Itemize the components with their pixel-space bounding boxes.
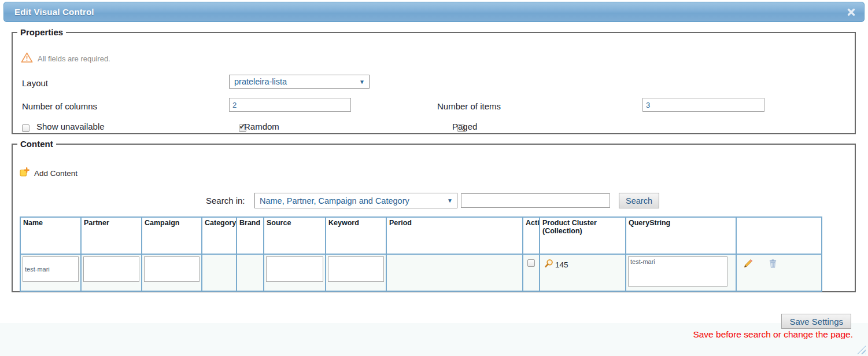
add-content-button[interactable]: Add Content — [20, 167, 77, 179]
edit-visual-control-dialog: Edit Visual Control Properties All field… — [0, 0, 868, 356]
layout-select-value: prateleira-lista — [234, 77, 287, 86]
row-partner-input[interactable] — [83, 256, 139, 282]
row-name-input[interactable] — [23, 256, 79, 282]
required-warning: All fields are required. — [21, 52, 110, 65]
show-unavailable-label: Show unavailable — [36, 122, 105, 131]
search-input[interactable] — [461, 193, 610, 208]
properties-legend: Properties — [17, 27, 66, 37]
warning-text: All fields are required. — [38, 54, 110, 63]
number-of-columns-label: Number of columns — [22, 101, 97, 111]
add-content-label: Add Content — [34, 169, 77, 178]
row-category-cell — [202, 254, 237, 291]
content-section: Content Add Content Search in: Name, Par… — [12, 139, 856, 292]
row-active-checkbox-wrap: ✔ — [527, 259, 535, 266]
col-header-brand: Brand — [237, 217, 264, 254]
search-in-label: Search in: — [206, 196, 245, 205]
dialog-title: Edit Visual Control — [14, 2, 94, 22]
content-table: Name Partner Campaign Category Brand Sou… — [20, 216, 822, 292]
layout-label: Layout — [22, 78, 48, 88]
dialog-titlebar: Edit Visual Control — [3, 2, 865, 22]
chevron-down-icon: ▼ — [447, 197, 453, 204]
col-header-category: Category — [202, 217, 237, 254]
search-button[interactable]: Search — [619, 193, 659, 208]
col-header-source: Source — [264, 217, 326, 254]
number-of-items-label: Number of items — [437, 101, 501, 111]
row-brand-cell — [237, 254, 264, 291]
table-header-row: Name Partner Campaign Category Brand Sou… — [20, 217, 822, 254]
random-label: Ramdom — [244, 122, 279, 131]
row-active-checkbox[interactable] — [527, 259, 535, 267]
row-period-cell — [386, 254, 523, 291]
properties-section: Properties All fields are required. Layo… — [12, 27, 856, 134]
col-header-period: Period — [386, 217, 523, 254]
show-unavailable-checkbox[interactable] — [22, 124, 29, 132]
warning-triangle-icon — [21, 52, 33, 65]
col-header-querystring: QueryString — [626, 217, 736, 254]
col-header-campaign: Campaign — [142, 217, 202, 254]
col-header-active: Activ — [523, 217, 540, 254]
row-keyword-input[interactable] — [328, 256, 384, 282]
col-header-name: Name — [20, 217, 81, 254]
col-header-actions — [736, 217, 822, 254]
layout-select[interactable]: prateleira-lista ▼ — [229, 75, 370, 89]
number-of-items-input[interactable] — [642, 98, 764, 112]
col-header-product-cluster: Product Cluster (Collection) — [540, 217, 626, 254]
number-of-columns-input[interactable] — [229, 98, 351, 112]
col-header-keyword: Keyword — [326, 217, 386, 254]
magnifier-icon[interactable] — [544, 259, 553, 270]
search-filter-value: Name, Partner, Campaign and Category — [260, 196, 409, 205]
save-settings-button[interactable]: Save Settings — [781, 314, 851, 329]
content-legend: Content — [17, 139, 56, 149]
delete-trash-icon[interactable] — [768, 259, 778, 269]
col-header-partner: Partner — [81, 217, 142, 254]
table-row: ✔ 145 — [20, 254, 822, 291]
edit-pencil-icon[interactable] — [743, 259, 753, 269]
row-campaign-input[interactable] — [144, 256, 200, 282]
save-warning-text: Save before search or change the page. — [693, 329, 853, 340]
product-cluster-value: 145 — [555, 260, 568, 269]
row-querystring-textarea[interactable]: test-mari — [628, 256, 727, 287]
search-filter-select[interactable]: Name, Partner, Campaign and Category ▼ — [254, 193, 457, 208]
chevron-down-icon: ▼ — [359, 79, 365, 85]
close-icon[interactable] — [847, 8, 856, 17]
paged-label: Paged — [452, 122, 477, 131]
add-content-icon — [20, 167, 29, 179]
row-source-input[interactable] — [266, 256, 323, 282]
show-unavailable-checkbox-wrap: ✔ — [22, 124, 29, 131]
